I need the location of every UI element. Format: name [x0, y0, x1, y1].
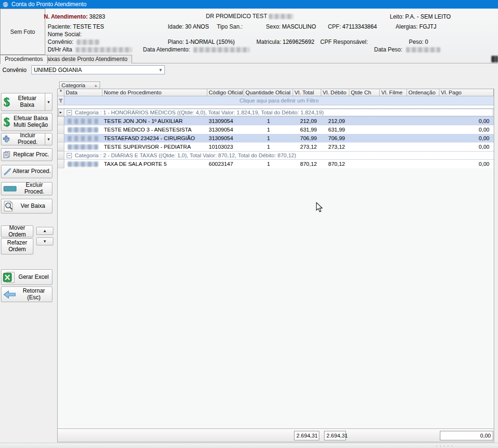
field-nome-social: Nome Social:: [48, 31, 83, 38]
cell-qtde_ch: [349, 143, 380, 151]
column-header-vl_pago[interactable]: Vl. Pago: [439, 89, 494, 96]
move-up-button[interactable]: ▲: [36, 227, 53, 235]
incluir-proced-button[interactable]: Incluir Proced. ▼: [1, 133, 52, 145]
cell-qtd: 1: [244, 160, 293, 168]
dollar-icon: $: [3, 96, 10, 108]
cell-codigo: 60023147: [207, 160, 244, 168]
summary-vl_pago: 0,00: [440, 431, 493, 440]
redacted-date: [68, 119, 98, 124]
refazer-ordem-button[interactable]: Refazer Ordem: [1, 238, 33, 255]
cell-ordenacao: [407, 125, 439, 134]
photo-placeholder: Sem Foto: [0, 9, 45, 55]
field-cpf: CPF:47113343864: [328, 23, 377, 30]
column-header-codigo[interactable]: Código Oficial: [207, 89, 244, 96]
excluir-proced-button[interactable]: Excluir Proced.: [1, 182, 52, 195]
procedure-row[interactable]: TESTE JON JON - 1º AUXILIAR313090541212,…: [58, 117, 494, 125]
cell-vl_total: 870,12: [293, 160, 321, 168]
arrow-down-icon: ▼: [43, 239, 47, 244]
mover-ordem-button[interactable]: Mover Ordem: [1, 225, 33, 237]
cell-codigo: 10103023: [207, 143, 244, 151]
convenio-combobox[interactable]: UNIMED GOIANIA ▼: [31, 65, 165, 74]
tab-procedimentos[interactable]: Procedimentos: [0, 55, 48, 64]
retornar-button[interactable]: Retornar (Esc): [1, 286, 52, 302]
column-header-vl_debito[interactable]: Vl. Débito: [321, 89, 349, 96]
replicar-proc-button[interactable]: Replicar Proc.: [1, 148, 52, 161]
group-row-content: Categoria : 1 - HONORÁRIOS MÉDICOS ((Qtd…: [64, 109, 494, 116]
chevron-down-icon[interactable]: ▼: [157, 68, 164, 72]
cell-vl_pago: 0,00: [439, 160, 494, 168]
column-header-ordenacao[interactable]: Ordenação: [407, 89, 439, 96]
grid-footer: 2.694,312.694,310,00: [58, 428, 494, 442]
cell-ordenacao: [407, 160, 439, 168]
field-sexo: Sexo:MASCULINO: [266, 23, 316, 30]
cell-vl_total: 273,12: [293, 143, 321, 151]
app-icon: [2, 1, 9, 8]
ver-baixa-button[interactable]: Ver Baixa: [1, 199, 52, 214]
group-row-content: Categoria : 2 - DIÁRIAS E TAXAS ((Qtde: …: [64, 152, 494, 159]
cell-vl_filme: [380, 117, 407, 125]
resize-grip-icon: , , , , ,: [436, 442, 453, 447]
cell-codigo: 31309054: [207, 134, 244, 143]
group-by-categoria-button[interactable]: Categoria ▲: [59, 81, 100, 89]
move-down-button[interactable]: ▼: [36, 237, 53, 245]
cell-vl_filme: [380, 143, 407, 151]
row-indicator-cell: [58, 125, 64, 134]
column-header-nome[interactable]: Nome do Procedimento: [102, 89, 207, 96]
cell-vl_total: 212,09: [293, 117, 321, 125]
collapse-minus-icon[interactable]: [67, 153, 72, 158]
field-alergias: Alergias:FGJTJ: [396, 23, 437, 30]
redacted-data-atendimento: [193, 47, 250, 52]
field-paciente: Paciente:TESTE TES: [48, 23, 104, 30]
procedure-row[interactable]: TAXA DE SALA PORTE 5600231471870,12870,1…: [58, 160, 494, 168]
filter-funnel-icon: [58, 96, 64, 105]
cell-qtd: 1: [244, 134, 293, 143]
alterar-proced-button[interactable]: Alterar Proced.: [1, 165, 52, 178]
cell-qtde_ch: [349, 160, 380, 168]
column-header-data[interactable]: Data: [64, 89, 102, 96]
cell-qtde_ch: [349, 125, 380, 134]
column-header-qtde_ch[interactable]: Qtde Ch: [349, 89, 380, 96]
cell-vl_total: 706,99: [293, 134, 321, 143]
title-bar[interactable]: Conta do Pronto Atendimento: [0, 0, 498, 9]
efetuar-baixa-button[interactable]: $ Efetuar Baixa ▼: [1, 93, 52, 111]
redacted-data-peso: [406, 47, 440, 52]
cell-qtd: 1: [244, 143, 293, 151]
procedure-row[interactable]: TESTAEFASD 234234 - CIRURGIÃO31309054170…: [58, 134, 494, 143]
summary-vl_total: 2.694,31: [294, 431, 319, 440]
magnifier-document-icon: [3, 201, 14, 212]
column-header-vl_filme[interactable]: Vl. Filme: [380, 89, 407, 96]
group-row[interactable]: Categoria : 2 - DIÁRIAS E TAXAS ((Qtde: …: [58, 151, 494, 160]
group-row[interactable]: ►Categoria : 1 - HONORÁRIOS MÉDICOS ((Qt…: [58, 108, 494, 117]
procedure-row[interactable]: TESTE MEDICO 3 - ANESTESISTA313090541631…: [58, 125, 494, 134]
field-plano: Plano:1-NORMAL (150%): [168, 39, 235, 45]
cell-codigo: 31309054: [207, 117, 244, 125]
procedure-row[interactable]: TESTE SUPERVISOR - PEDIATRA101030231273,…: [58, 143, 494, 151]
column-header-qtd[interactable]: Quantidade Oficial: [244, 89, 293, 96]
cell-vl_filme: [380, 125, 407, 134]
tab-strip: Procedimentos Baixas deste Pronto Atendi…: [0, 55, 498, 63]
incluir-proced-dropdown[interactable]: ▼: [45, 133, 52, 145]
row-indicator-cell: [58, 143, 64, 151]
redacted-convenio: [77, 40, 100, 45]
cell-vl_total: 631,99: [293, 125, 321, 134]
cell-nome: TESTE MEDICO 3 - ANESTESISTA: [102, 125, 207, 134]
collapse-minus-icon[interactable]: [67, 110, 72, 115]
cell-qtd: 1: [244, 125, 293, 134]
grid-filter-row[interactable]: Clique aqui para definir um Filtro: [58, 96, 494, 105]
column-header-vl_total[interactable]: Vl. Total: [293, 89, 321, 96]
gerar-excel-button[interactable]: Gerar Excel: [1, 269, 52, 285]
cell-vl_pago: 0,00: [439, 134, 494, 143]
tab-baixas-pronto-atendimento[interactable]: Baixas deste Pronto Atendimento: [38, 55, 132, 63]
cell-vl_filme: [380, 160, 407, 168]
grid-rows: ►Categoria : 1 - HONORÁRIOS MÉDICOS ((Qt…: [58, 105, 494, 168]
grid-header-row: *DataNome do ProcedimentoCódigo OficialQ…: [58, 89, 494, 96]
efetuar-baixa-multi-button[interactable]: $ Efetuar Baixa Multi Seleção: [1, 113, 52, 131]
cell-nome: TESTAEFASD 234234 - CIRURGIÃO: [102, 134, 207, 143]
add-plus-icon: [3, 135, 10, 143]
field-convenio: Convênio:: [48, 39, 100, 45]
cell-data: [64, 143, 102, 151]
redacted-date: [68, 144, 98, 150]
efetuar-baixa-dropdown[interactable]: ▼: [45, 93, 52, 111]
redacted-date: [68, 127, 98, 132]
convenio-label: Convênio: [2, 67, 27, 73]
